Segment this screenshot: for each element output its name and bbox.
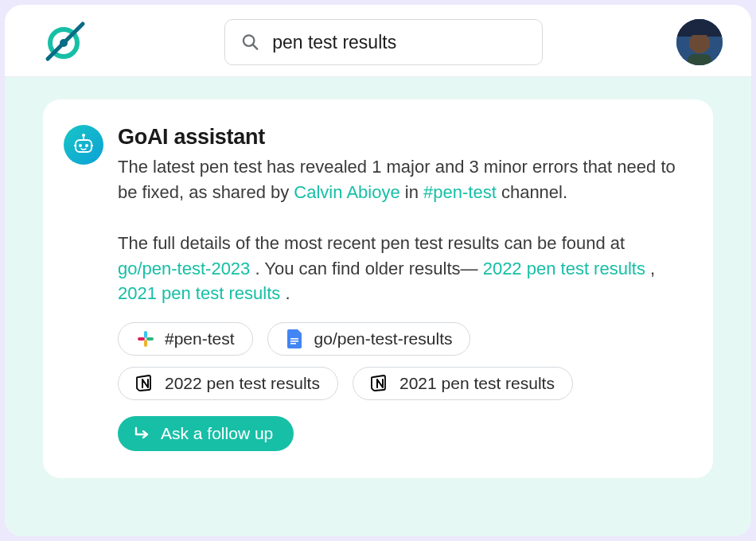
svg-rect-23 xyxy=(290,343,296,344)
avatar-icon xyxy=(676,19,723,65)
svg-rect-20 xyxy=(138,337,145,341)
svg-rect-22 xyxy=(290,341,298,342)
golink[interactable]: go/pen-test-2023 xyxy=(118,259,250,278)
source-chips: #pen-test go/pen-test-results xyxy=(118,322,683,400)
svg-point-11 xyxy=(79,144,82,147)
top-bar xyxy=(5,5,751,77)
chip-notion-2022[interactable]: 2022 pen test results xyxy=(118,367,338,400)
assistant-card: GoAI assistant The latest pen test has r… xyxy=(43,99,713,478)
search-box[interactable] xyxy=(224,19,543,65)
msg-text: channel. xyxy=(501,182,567,202)
msg-text: . You can find older results— xyxy=(255,259,477,278)
chip-slack[interactable]: #pen-test xyxy=(118,322,253,356)
chip-label: go/pen-test-results xyxy=(314,329,453,348)
svg-rect-8 xyxy=(688,54,711,65)
chip-gdoc[interactable]: go/pen-test-results xyxy=(267,322,471,356)
msg-text: , xyxy=(650,259,655,278)
chip-label: 2021 pen test results xyxy=(399,374,555,393)
assistant-content: GoAI assistant The latest pen test has r… xyxy=(118,125,683,451)
svg-point-7 xyxy=(689,33,710,53)
channel-link[interactable]: #pen-test xyxy=(423,182,497,202)
svg-point-14 xyxy=(82,134,85,137)
followup-label: Ask a follow up xyxy=(161,424,273,443)
svg-line-4 xyxy=(252,45,257,49)
msg-text: The full details of the most recent pen … xyxy=(118,233,625,253)
msg-text: . xyxy=(285,283,290,303)
assistant-title: GoAI assistant xyxy=(118,125,683,150)
notion-icon xyxy=(136,374,155,393)
msg-text: in xyxy=(405,182,423,202)
svg-point-12 xyxy=(85,144,88,147)
svg-rect-18 xyxy=(146,337,154,341)
reply-arrow-icon xyxy=(134,426,151,442)
user-avatar[interactable] xyxy=(676,19,723,65)
chip-label: 2022 pen test results xyxy=(165,374,320,393)
svg-rect-17 xyxy=(144,331,147,338)
app-logo xyxy=(41,19,91,65)
logo-icon xyxy=(41,19,91,62)
search-input[interactable] xyxy=(272,32,526,53)
result-link-2021[interactable]: 2021 pen test results xyxy=(118,283,280,303)
assistant-avatar xyxy=(64,125,103,165)
gdoc-icon xyxy=(286,329,305,348)
assistant-message: The latest pen test has revealed 1 major… xyxy=(118,154,683,306)
svg-rect-21 xyxy=(290,338,298,340)
search-icon xyxy=(241,32,259,53)
slack-icon xyxy=(136,329,155,348)
svg-rect-9 xyxy=(688,29,711,35)
ask-followup-button[interactable]: Ask a follow up xyxy=(118,416,294,451)
result-link-2022[interactable]: 2022 pen test results xyxy=(483,259,645,278)
person-link[interactable]: Calvin Abioye xyxy=(294,182,399,202)
content-area: GoAI assistant The latest pen test has r… xyxy=(5,77,751,536)
chip-notion-2021[interactable]: 2021 pen test results xyxy=(353,367,573,400)
robot-icon xyxy=(71,132,96,158)
chip-label: #pen-test xyxy=(165,329,235,348)
svg-rect-19 xyxy=(144,340,147,347)
notion-icon xyxy=(371,374,390,393)
app-window: GoAI assistant The latest pen test has r… xyxy=(5,5,751,536)
